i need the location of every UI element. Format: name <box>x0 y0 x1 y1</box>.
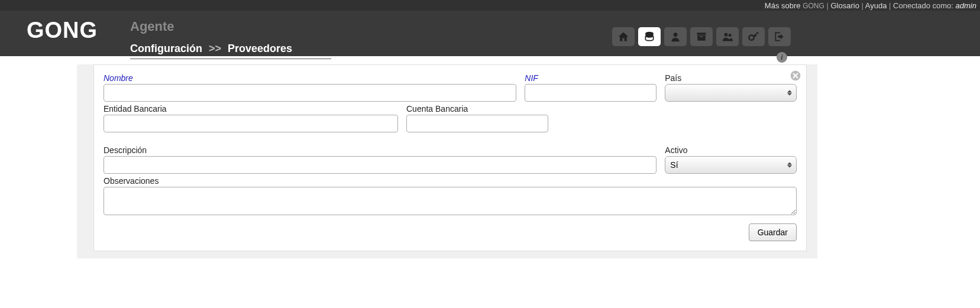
entidad-bancaria-label: Entidad Bancaria <box>104 104 398 114</box>
glossary-link[interactable]: Glosario <box>830 1 859 10</box>
toolbar-icons <box>612 27 791 46</box>
content-area: Nombre NIF País Entidad Bancaria <box>77 64 817 258</box>
brand-mini: GONG <box>803 2 824 10</box>
archive-icon-button[interactable] <box>690 27 713 46</box>
entidad-bancaria-input[interactable] <box>104 115 398 132</box>
close-icon <box>790 70 801 82</box>
svg-rect-3 <box>697 35 705 41</box>
descripcion-input[interactable] <box>104 156 656 174</box>
nif-input[interactable] <box>525 84 656 102</box>
key-icon <box>748 31 759 43</box>
observaciones-textarea[interactable] <box>104 187 797 215</box>
descripcion-label: Descripción <box>104 145 656 155</box>
svg-point-6 <box>729 34 732 37</box>
connected-as-label: Conectado como: <box>893 1 953 10</box>
section-title: Agente <box>130 19 980 34</box>
users-icon-button[interactable] <box>716 27 739 46</box>
users-icon <box>722 31 733 43</box>
info-icon-button[interactable]: i <box>777 52 787 63</box>
exit-icon <box>774 31 785 43</box>
database-icon-button[interactable] <box>638 27 661 46</box>
nombre-input[interactable] <box>104 84 516 102</box>
database-icon <box>643 31 655 43</box>
user-icon-button[interactable] <box>664 27 687 46</box>
logo: GONG <box>0 11 130 56</box>
svg-rect-4 <box>700 36 703 37</box>
nombre-label: Nombre <box>104 73 516 83</box>
breadcrumb-part-2[interactable]: Proveedores <box>228 43 292 54</box>
pais-label: País <box>665 73 797 83</box>
close-button[interactable] <box>790 70 801 82</box>
breadcrumb-part-1[interactable]: Configuración <box>130 43 202 54</box>
svg-point-1 <box>674 33 678 37</box>
top-utility-bar: Más sobre GONG | Glosario | Ayuda | Cone… <box>0 0 980 11</box>
main-header: GONG Agente Configuración >> Proveedores <box>0 11 980 56</box>
cuenta-bancaria-input[interactable] <box>406 115 548 132</box>
nif-label: NIF <box>525 73 656 83</box>
current-user: admin <box>956 1 976 10</box>
observaciones-label: Observaciones <box>104 176 797 186</box>
activo-label: Activo <box>665 145 797 155</box>
svg-rect-2 <box>697 33 706 34</box>
home-icon <box>617 31 629 43</box>
help-link[interactable]: Ayuda <box>865 1 887 10</box>
svg-point-5 <box>725 33 728 37</box>
user-icon <box>669 31 681 43</box>
more-about-link[interactable]: Más sobre GONG <box>765 1 824 10</box>
breadcrumb-separator: >> <box>209 43 221 54</box>
activo-select[interactable]: Sí <box>665 156 797 174</box>
save-button[interactable]: Guardar <box>749 223 797 241</box>
home-icon-button[interactable] <box>612 27 635 46</box>
form-panel: Nombre NIF País Entidad Bancaria <box>93 64 807 251</box>
breadcrumb: Configuración >> Proveedores <box>130 43 331 59</box>
cuenta-bancaria-label: Cuenta Bancaria <box>406 104 548 114</box>
exit-icon-button[interactable] <box>768 27 791 46</box>
archive-icon <box>696 31 707 43</box>
info-icon: i <box>777 52 787 63</box>
pais-select[interactable] <box>665 84 797 102</box>
key-icon-button[interactable] <box>742 27 765 46</box>
